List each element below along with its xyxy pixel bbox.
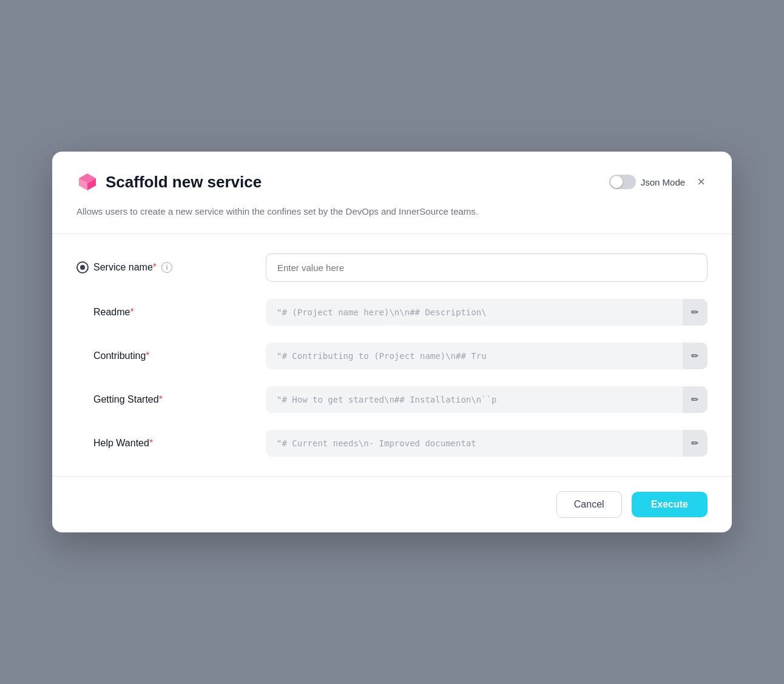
modal-description: Allows users to create a new service wit… [52, 205, 732, 233]
form-row-getting-started: Getting Started* ✏ [76, 386, 708, 413]
required-star-contributing: * [146, 350, 149, 361]
label-area-help-wanted: Help Wanted* [76, 438, 246, 449]
label-area-readme: Readme* [76, 307, 246, 318]
form-row-help-wanted: Help Wanted* ✏ [76, 430, 708, 457]
label-area-contributing: Contributing* [76, 350, 246, 361]
form-row-readme: Readme* ✏ [76, 299, 708, 326]
execute-button[interactable]: Execute [632, 492, 708, 517]
textarea-wrapper-readme: ✏ [266, 299, 708, 326]
field-label-getting-started: Getting Started* [76, 394, 163, 405]
label-area-service-name: Service name* i [76, 261, 246, 273]
cancel-button[interactable]: Cancel [556, 491, 622, 518]
radio-inner [80, 265, 85, 270]
json-mode-toggle[interactable]: Json Mode [609, 175, 685, 189]
field-label-service-name: Service name* [93, 262, 157, 273]
form-row-contributing: Contributing* ✏ [76, 343, 708, 369]
scaffold-modal: Scaffold new service Json Mode × Allows … [52, 152, 732, 532]
modal-title: Scaffold new service [106, 173, 262, 192]
input-area-contributing: ✏ [266, 343, 708, 369]
toggle-knob [610, 176, 623, 188]
json-mode-switch[interactable] [609, 175, 636, 189]
input-area-getting-started: ✏ [266, 386, 708, 413]
modal-body: Service name* i Readme* ✏ [52, 234, 732, 476]
title-row: Scaffold new service [76, 171, 262, 193]
label-area-getting-started: Getting Started* [76, 394, 246, 405]
field-label-readme: Readme* [76, 307, 134, 318]
modal-overlay: Scaffold new service Json Mode × Allows … [0, 0, 784, 684]
scaffold-icon [76, 171, 98, 193]
contributing-edit-button[interactable]: ✏ [683, 343, 708, 369]
required-star-readme: * [130, 307, 133, 317]
getting-started-edit-button[interactable]: ✏ [683, 386, 708, 413]
field-label-help-wanted: Help Wanted* [76, 438, 153, 449]
required-star-getting-started: * [159, 394, 163, 404]
service-name-input[interactable] [266, 253, 708, 282]
getting-started-input[interactable] [266, 386, 683, 413]
help-wanted-input[interactable] [266, 430, 683, 457]
form-row-service-name: Service name* i [76, 253, 708, 282]
contributing-input[interactable] [266, 343, 683, 369]
required-star-help-wanted: * [149, 438, 153, 448]
field-label-contributing: Contributing* [76, 350, 150, 361]
input-area-service-name [266, 253, 708, 282]
radio-icon-service-name[interactable] [76, 261, 89, 273]
input-area-readme: ✏ [266, 299, 708, 326]
input-area-help-wanted: ✏ [266, 430, 708, 457]
textarea-wrapper-contributing: ✏ [266, 343, 708, 369]
close-button[interactable]: × [695, 173, 708, 191]
modal-header: Scaffold new service Json Mode × [52, 152, 732, 205]
readme-edit-button[interactable]: ✏ [683, 299, 708, 326]
textarea-wrapper-help-wanted: ✏ [266, 430, 708, 457]
json-mode-label: Json Mode [641, 177, 685, 187]
textarea-wrapper-getting-started: ✏ [266, 386, 708, 413]
header-actions: Json Mode × [609, 173, 708, 191]
info-icon-service-name[interactable]: i [161, 262, 172, 273]
readme-input[interactable] [266, 299, 683, 326]
help-wanted-edit-button[interactable]: ✏ [683, 430, 708, 457]
required-star: * [153, 262, 157, 272]
modal-footer: Cancel Execute [52, 477, 732, 532]
